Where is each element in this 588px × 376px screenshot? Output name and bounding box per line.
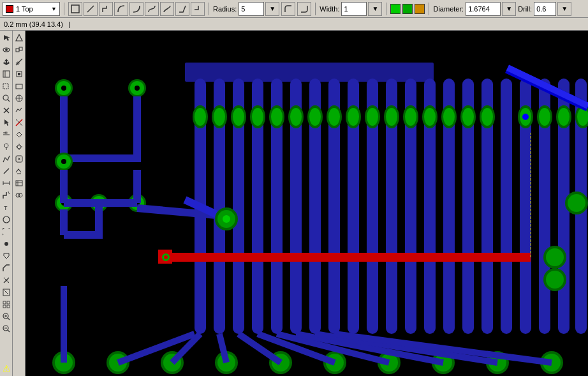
diameter-input[interactable]	[466, 2, 501, 16]
grid-tool[interactable]	[1, 299, 12, 310]
lt2-btn6[interactable]	[13, 93, 25, 104]
select-tool-btn[interactable]	[68, 2, 82, 16]
dot-tool[interactable]	[1, 238, 12, 250]
dimension-tool[interactable]	[1, 177, 12, 189]
search-tool[interactable]	[1, 93, 12, 104]
drill-input[interactable]	[534, 2, 556, 16]
pin-tool[interactable]	[1, 141, 12, 153]
svg-point-21	[8, 192, 10, 193]
radius-corner-btn1[interactable]	[281, 2, 295, 16]
svg-point-15	[4, 144, 8, 147]
lt2-btn7[interactable]	[13, 105, 25, 116]
svg-point-92	[214, 108, 225, 126]
zoom-out-tool[interactable]	[1, 323, 12, 335]
group-tool[interactable]	[1, 68, 12, 80]
diameter-dropdown-btn[interactable]: ▼	[502, 2, 516, 16]
status-bar: 0.2 mm (39.4 13.4) |	[0, 18, 588, 31]
wire-angle-btn[interactable]	[175, 2, 189, 16]
svg-point-23	[3, 216, 10, 223]
ripup-tool[interactable]	[1, 274, 12, 286]
eye-tool[interactable]	[1, 44, 12, 56]
wire-tool-btn[interactable]	[84, 2, 98, 16]
diameter-label: Diameter:	[433, 5, 464, 13]
svg-rect-30	[7, 301, 10, 304]
lt2-btn4[interactable]	[13, 68, 25, 80]
svg-rect-46	[16, 84, 22, 89]
wire-curve3-btn[interactable]	[145, 2, 159, 16]
lt2-btn12[interactable]	[13, 165, 25, 177]
lt2-btn10[interactable]	[13, 141, 25, 153]
select-region-tool[interactable]	[1, 80, 12, 92]
svg-rect-31	[3, 305, 6, 308]
layer-select-dropdown[interactable]: 1 Top ▼	[3, 2, 60, 16]
move-tool[interactable]	[1, 56, 12, 68]
lt2-btn5[interactable]	[13, 80, 25, 92]
svg-rect-32	[7, 305, 10, 308]
sep3	[315, 3, 316, 15]
svg-point-161	[223, 215, 230, 223]
width-input[interactable]	[341, 2, 367, 16]
drill-dropdown-btn[interactable]: ▼	[557, 2, 571, 16]
zoom-in-tool[interactable]	[1, 311, 12, 322]
svg-rect-153	[133, 170, 141, 203]
color-btn-green2[interactable]	[402, 4, 413, 14]
wire-45-btn[interactable]	[99, 2, 113, 16]
autoroute-tool[interactable]	[1, 287, 12, 298]
warning-indicator: ⚠	[3, 363, 11, 373]
lt2-btn13[interactable]	[13, 177, 25, 189]
wire-curve2-btn[interactable]	[129, 2, 143, 16]
sep2	[209, 3, 209, 15]
svg-line-1	[87, 6, 94, 12]
lt2-btn8[interactable]	[13, 117, 25, 128]
pencil-tool[interactable]	[1, 165, 12, 177]
radius-corner-btn2[interactable]	[297, 2, 311, 16]
trace-tool[interactable]	[1, 190, 12, 201]
text-tool[interactable]: T	[1, 202, 12, 213]
pcb-canvas[interactable]	[26, 31, 588, 376]
wire-draw-tool[interactable]	[1, 153, 12, 165]
cursor-tool[interactable]	[1, 117, 12, 128]
width-label: Width:	[320, 5, 339, 13]
color-btn-green1[interactable]	[390, 4, 401, 14]
wire-bend-btn[interactable]	[191, 2, 205, 16]
lt2-btn1[interactable]	[13, 32, 25, 43]
svg-point-169	[546, 248, 564, 266]
lt2-btn9[interactable]	[13, 129, 25, 140]
width-input-group: ▼	[341, 2, 382, 16]
svg-rect-7	[3, 84, 8, 89]
lt2-btn14[interactable]	[13, 190, 25, 201]
radius-label: Radius:	[213, 5, 237, 13]
svg-point-94	[233, 108, 244, 126]
arc-tool[interactable]	[1, 226, 12, 237]
svg-point-108	[367, 108, 378, 126]
layer-name: 1 Top	[16, 5, 48, 13]
wire-s-btn[interactable]	[160, 2, 174, 16]
left-toolbar-secondary	[13, 31, 26, 376]
svg-point-123	[522, 114, 529, 120]
svg-rect-152	[60, 170, 68, 203]
arrow-tool[interactable]	[1, 32, 12, 43]
svg-point-52	[17, 145, 21, 149]
svg-point-96	[252, 108, 263, 126]
route-tool[interactable]	[1, 262, 12, 274]
paint-tool[interactable]	[1, 250, 12, 262]
circle-tool[interactable]	[1, 214, 12, 225]
pcb-drawing	[26, 31, 588, 376]
adjust-tool[interactable]	[1, 129, 12, 140]
color-btn-orange[interactable]	[415, 4, 425, 14]
lt2-btn11[interactable]	[13, 153, 25, 165]
svg-point-125	[539, 108, 550, 126]
radius-dropdown-btn[interactable]: ▼	[265, 2, 279, 16]
radius-input[interactable]	[239, 2, 264, 16]
svg-point-90	[195, 108, 206, 126]
wire-tools	[68, 2, 205, 16]
svg-marker-4	[3, 59, 10, 65]
lt2-btn2[interactable]	[13, 44, 25, 56]
x-tool[interactable]	[1, 105, 12, 116]
drill-label: Drill:	[518, 5, 532, 13]
svg-point-65	[18, 193, 22, 197]
width-dropdown-btn[interactable]: ▼	[368, 2, 382, 16]
lt2-btn3[interactable]	[13, 56, 25, 68]
wire-curve1-btn[interactable]	[114, 2, 128, 16]
svg-line-17	[4, 169, 9, 174]
